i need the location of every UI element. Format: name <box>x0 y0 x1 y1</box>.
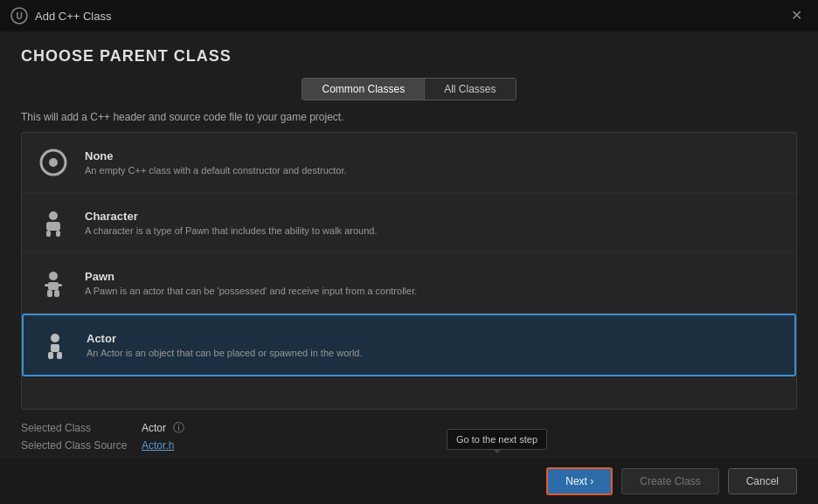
cancel-button[interactable]: Cancel <box>728 468 797 494</box>
character-icon <box>36 205 71 240</box>
class-none-name: None <box>85 149 347 162</box>
svg-point-14 <box>51 334 59 342</box>
tab-all-classes[interactable]: All Classes <box>425 79 515 100</box>
selected-class-value: Actor <box>142 422 166 434</box>
help-icon[interactable]: ⓘ <box>173 420 184 436</box>
svg-rect-15 <box>51 344 59 352</box>
svg-point-8 <box>49 272 58 280</box>
svg-rect-10 <box>47 290 52 297</box>
svg-point-4 <box>49 211 58 220</box>
class-pawn-name: Pawn <box>85 270 417 283</box>
class-list: None An empty C++ class with a default c… <box>21 132 797 410</box>
pawn-icon <box>36 266 71 300</box>
class-item-character[interactable]: Character A character is a type of Pawn … <box>22 193 796 253</box>
class-none-desc: An empty C++ class with a default constr… <box>85 165 347 176</box>
selected-source-label: Selected Class Source <box>21 439 135 452</box>
svg-rect-12 <box>45 284 49 287</box>
svg-rect-16 <box>48 352 53 359</box>
actor-icon <box>38 328 73 362</box>
selected-class-label: Selected Class <box>21 422 135 434</box>
page-title: CHOOSE PARENT CLASS <box>21 47 797 66</box>
tab-row: Common Classes All Classes <box>21 78 797 100</box>
class-character-name: Character <box>85 210 377 223</box>
svg-rect-9 <box>48 282 59 290</box>
subtitle-text: This will add a C++ header and source co… <box>21 111 797 123</box>
class-actor-name: Actor <box>87 332 363 345</box>
class-character-desc: A character is a type of Pawn that inclu… <box>85 225 377 236</box>
class-item-actor[interactable]: Actor An Actor is an object that can be … <box>22 314 796 376</box>
class-pawn-desc: A Pawn is an actor that can be 'possesse… <box>85 286 417 296</box>
svg-point-3 <box>49 158 58 167</box>
svg-text:U: U <box>16 11 22 21</box>
none-icon <box>36 145 71 180</box>
svg-rect-6 <box>46 231 51 237</box>
svg-rect-11 <box>54 290 59 297</box>
title-bar: U Add C++ Class ✕ <box>0 0 818 31</box>
footer: Next › Create Class Cancel Go to the nex… <box>0 459 818 504</box>
dialog-title: Add C++ Class <box>35 10 111 23</box>
class-item-pawn[interactable]: Pawn A Pawn is an actor that can be 'pos… <box>22 253 796 314</box>
svg-rect-7 <box>56 231 60 237</box>
ue-logo-icon: U <box>10 7 28 24</box>
tab-group: Common Classes All Classes <box>302 78 516 100</box>
close-button[interactable]: ✕ <box>786 7 808 24</box>
class-item-none[interactable]: None An empty C++ class with a default c… <box>22 133 796 193</box>
svg-rect-5 <box>46 222 60 231</box>
next-button[interactable]: Next › <box>546 467 613 495</box>
svg-rect-17 <box>57 352 62 359</box>
class-actor-desc: An Actor is an object that can be placed… <box>87 348 363 358</box>
tab-common-classes[interactable]: Common Classes <box>302 79 425 100</box>
main-content: CHOOSE PARENT CLASS Common Classes All C… <box>0 31 818 459</box>
selected-info: Selected Class Actor ⓘ Selected Class So… <box>21 410 797 459</box>
dialog-add-cpp-class: U Add C++ Class ✕ CHOOSE PARENT CLASS Co… <box>0 0 818 504</box>
create-class-button[interactable]: Create Class <box>621 468 718 494</box>
selected-source-value[interactable]: Actor.h <box>142 439 174 452</box>
svg-rect-13 <box>58 284 62 287</box>
